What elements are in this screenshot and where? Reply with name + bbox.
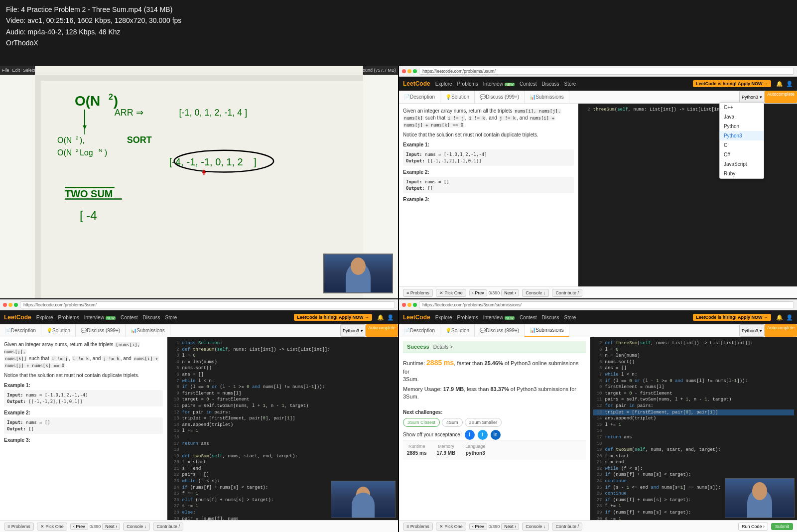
bell-icon[interactable]: 🔔 <box>776 81 783 87</box>
nav-interview-br[interactable]: Interview NEW <box>483 315 515 320</box>
lang-dropdown[interactable]: C++ Java Python Python3 C C# JavaScript … <box>719 102 764 179</box>
prev-button-br[interactable]: ‹ Prev <box>469 523 487 530</box>
lang-python3[interactable]: Python3 <box>720 131 764 140</box>
pick-one-button-bl[interactable]: ✕ Pick One <box>37 523 67 531</box>
minimize-btn-br[interactable] <box>407 303 411 307</box>
minimize-btn[interactable] <box>407 69 411 73</box>
nav-contest-br[interactable]: Contest <box>520 315 536 320</box>
minimize-btn-bl[interactable] <box>8 303 12 307</box>
hire-button[interactable]: LeetCode is hiring! Apply NOW → <box>693 80 771 87</box>
autocomplete-btn-bl[interactable]: Autocomplete <box>366 324 398 337</box>
user-icon-bl[interactable]: 👤 <box>387 314 394 321</box>
pick-one-button-tr[interactable]: ✕ Pick One <box>436 289 466 297</box>
code-line-14: 14 ans.append(triplet) <box>170 422 395 428</box>
console-button-br[interactable]: Console ↓ <box>522 523 549 531</box>
problems-button-bl[interactable]: ≡ Problems <box>4 523 34 531</box>
next-button-br[interactable]: Next › <box>501 523 519 530</box>
svg-text:ARR ⇒: ARR ⇒ <box>115 108 143 118</box>
problems-button-tr[interactable]: ≡ Problems <box>403 289 433 297</box>
close-btn-bl[interactable] <box>3 303 7 307</box>
nav-problems[interactable]: Problems <box>457 81 478 87</box>
tab-submissions-br[interactable]: 📊Submissions <box>525 324 569 337</box>
bell-icon-br[interactable]: 🔔 <box>776 314 783 321</box>
br-code-line-7: 7 while l < n: <box>593 372 794 378</box>
submission-stats: Runtime: 2885 ms, faster than 25.46% of … <box>403 353 586 405</box>
address-bar-tr[interactable]: https://leetcode.com/problems/3sum/ <box>419 68 794 75</box>
nav-interview-bl[interactable]: Interview NEW <box>84 315 116 320</box>
details-link[interactable]: Details > <box>433 344 453 351</box>
maximize-btn-bl[interactable] <box>14 303 18 307</box>
problems-button-br[interactable]: ≡ Problems <box>403 523 433 531</box>
tab-discuss-br[interactable]: 💬Discuss (999+) <box>475 324 525 337</box>
twitter-share-btn[interactable]: t <box>478 430 488 440</box>
tab-description[interactable]: 📄 Description <box>399 91 440 103</box>
tab-description-br[interactable]: 📄Description <box>399 324 440 337</box>
lang-select-tr[interactable]: Python3 ▾ C++ Java Python Python3 C C# J… <box>739 91 765 103</box>
nav-discuss-br[interactable]: Discuss <box>541 315 559 320</box>
tab-solution-bl[interactable]: 💡Solution <box>41 324 76 337</box>
lang-ruby[interactable]: Ruby <box>720 169 764 178</box>
contribute-button-br[interactable]: Contribute / <box>552 523 582 531</box>
nav-store-br[interactable]: Store <box>564 315 576 320</box>
tab-submissions[interactable]: 📊 Submissions <box>525 91 569 103</box>
close-btn[interactable] <box>402 69 406 73</box>
close-btn-br[interactable] <box>402 303 406 307</box>
challenge-3sum-smaller[interactable]: 3Sum Smaller <box>465 418 502 427</box>
console-button-bl[interactable]: Console ↓ <box>123 523 150 531</box>
submit-button-br[interactable]: Submit <box>771 523 793 530</box>
hire-button-br[interactable]: LeetCode is hiring! Apply NOW → <box>693 314 771 321</box>
top-info-bar: File: 4 Practice Problem 2 - Three Sum.m… <box>0 0 797 66</box>
facebook-share-btn[interactable]: f <box>465 430 475 440</box>
address-bar-br[interactable]: https://leetcode.com/problems/3sum/submi… <box>419 301 794 308</box>
contribute-button-bl[interactable]: Contribute / <box>153 523 183 531</box>
nav-store-bl[interactable]: Store <box>165 315 177 320</box>
nav-explore-bl[interactable]: Explore <box>36 315 53 320</box>
nav-discuss[interactable]: Discuss <box>541 81 559 87</box>
lang-cpp[interactable]: C++ <box>720 103 764 112</box>
code-area-tr[interactable]: 2threeSum(self, nums: List[int]) -> List… <box>578 104 797 286</box>
lang-c[interactable]: C <box>720 140 764 150</box>
run-code-button-br[interactable]: Run Code › <box>738 523 768 531</box>
lang-javascript[interactable]: JavaScript <box>720 159 764 169</box>
next-button-tr[interactable]: Next › <box>501 289 519 296</box>
nav-problems-br[interactable]: Problems <box>457 315 478 320</box>
tab-solution[interactable]: 💡 Solution <box>440 91 475 103</box>
lang-python[interactable]: Python <box>720 122 764 131</box>
nav-contest-bl[interactable]: Contest <box>121 315 137 320</box>
linkedin-share-btn[interactable]: in <box>491 430 501 440</box>
address-bar-bl[interactable]: https://leetcode.com/problems/3sum/ <box>20 301 395 308</box>
nav-discuss-bl[interactable]: Discuss <box>142 315 160 320</box>
lang-csharp[interactable]: C# <box>720 150 764 159</box>
nav-explore-br[interactable]: Explore <box>435 315 452 320</box>
autocomplete-btn-br[interactable]: Autocomplete <box>765 324 797 337</box>
user-icon[interactable]: 👤 <box>786 81 793 87</box>
maximize-btn[interactable] <box>413 69 417 73</box>
maximize-btn-br[interactable] <box>413 303 417 307</box>
prev-button-tr[interactable]: ‹ Prev <box>469 289 487 296</box>
tab-discuss-bl[interactable]: 💬Discuss (999+) <box>76 324 126 337</box>
next-button-bl[interactable]: Next › <box>102 523 120 530</box>
prev-button-bl[interactable]: ‹ Prev <box>70 523 88 530</box>
nav-problems-bl[interactable]: Problems <box>58 315 79 320</box>
tab-discuss[interactable]: 💬 Discuss (999+) <box>475 91 525 103</box>
user-icon-br[interactable]: 👤 <box>786 314 793 321</box>
tab-submissions-bl[interactable]: 📊Submissions <box>126 324 170 337</box>
nav-contest[interactable]: Contest <box>520 81 536 87</box>
nav-store[interactable]: Store <box>564 81 576 87</box>
autocomplete-btn[interactable]: Autocomplete <box>765 91 797 103</box>
lang-java[interactable]: Java <box>720 112 764 122</box>
lang-select-br[interactable]: Python3▾ <box>739 324 765 337</box>
nav-explore[interactable]: Explore <box>435 81 452 87</box>
nav-interview[interactable]: Interview NEW <box>483 81 515 87</box>
challenge-3sum-closest[interactable]: 3Sum Closest <box>403 418 440 427</box>
challenge-4sum[interactable]: 4Sum <box>442 418 463 427</box>
bell-icon-bl[interactable]: 🔔 <box>377 314 384 321</box>
lc-navbar-tr: LeetCode Explore Problems Interview NEW … <box>399 77 797 91</box>
hire-button-bl[interactable]: LeetCode is hiring! Apply NOW → <box>294 314 372 321</box>
tab-solution-br[interactable]: 💡Solution <box>440 324 475 337</box>
lang-select-bl[interactable]: Python3▾ <box>340 324 366 337</box>
tab-description-bl[interactable]: 📄Description <box>0 324 41 337</box>
console-button-tr[interactable]: Console ↓ <box>522 289 549 297</box>
pick-one-button-br[interactable]: ✕ Pick One <box>436 523 466 531</box>
contribute-button-tr[interactable]: Contribute / <box>552 289 582 297</box>
